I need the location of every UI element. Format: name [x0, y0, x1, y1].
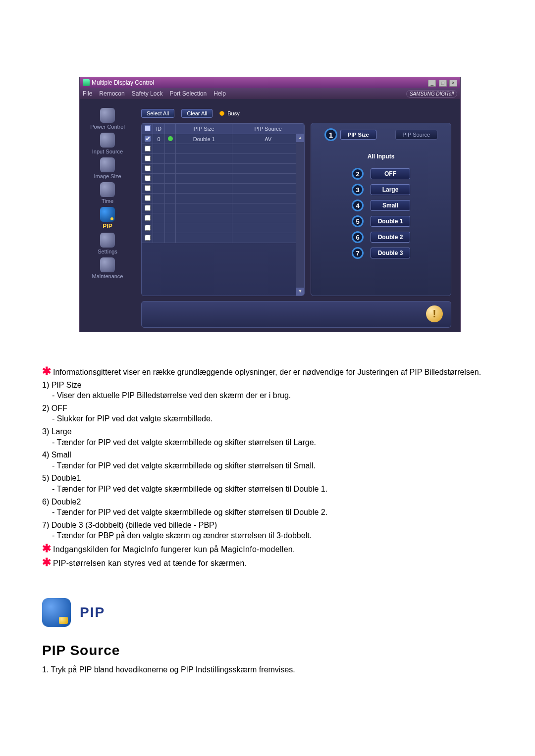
- magicinfo-note: Indgangskilden for MagicInfo fungerer ku…: [53, 544, 295, 555]
- close-button[interactable]: ×: [449, 80, 457, 87]
- minimize-button[interactable]: _: [428, 80, 436, 87]
- display-grid: ID PIP Size PIP Source 0 Doub: [141, 123, 305, 296]
- notice-strip: !: [141, 301, 451, 328]
- small-button[interactable]: Small: [371, 200, 410, 211]
- nav-image-size[interactable]: Image Size: [80, 157, 135, 179]
- marker-6-icon: 6: [352, 231, 364, 243]
- marker-4-icon: 4: [352, 200, 364, 211]
- clear-all-button[interactable]: Clear All: [181, 109, 213, 118]
- grid-row[interactable]: [142, 174, 304, 184]
- pip-source-heading: PIP Source: [42, 643, 493, 658]
- double2-button[interactable]: Double 2: [371, 232, 410, 243]
- menu-help[interactable]: Help: [214, 90, 226, 97]
- star-icon: ✱: [42, 544, 53, 553]
- nav-maintenance[interactable]: Maintenance: [80, 257, 135, 279]
- image-size-icon: [100, 157, 115, 172]
- large-button[interactable]: Large: [371, 184, 410, 195]
- busy-label: Busy: [227, 110, 239, 116]
- grid-scrollbar[interactable]: ▲ ▼: [296, 134, 304, 296]
- maintenance-icon: [100, 257, 115, 272]
- nav-label: PIP: [80, 223, 135, 230]
- grid-row[interactable]: [142, 223, 304, 233]
- tab-pip-size[interactable]: PIP Size: [340, 130, 376, 140]
- select-all-button[interactable]: Select All: [141, 109, 174, 118]
- grid-row[interactable]: [142, 203, 304, 213]
- nav-label: Image Size: [80, 173, 135, 179]
- window-controls: _ □ ×: [427, 79, 457, 87]
- grid-header-status[interactable]: [165, 124, 176, 134]
- tab-pip-source[interactable]: PIP Source: [395, 130, 437, 140]
- grid-row[interactable]: [142, 154, 304, 164]
- menu-remocon[interactable]: Remocon: [99, 90, 124, 97]
- menu-safety-lock[interactable]: Safety Lock: [132, 90, 163, 97]
- nav-pip[interactable]: PIP: [80, 207, 135, 230]
- maximize-button[interactable]: □: [439, 80, 447, 87]
- row-checkbox[interactable]: [145, 165, 151, 171]
- time-icon: [100, 182, 115, 197]
- row-checkbox[interactable]: [145, 225, 151, 231]
- star-icon: ✱: [42, 558, 53, 567]
- pip-size-note: PIP-størrelsen kan styres ved at tænde f…: [53, 558, 247, 569]
- grid-row[interactable]: 0 Double 1 AV: [142, 134, 304, 144]
- row-checkbox[interactable]: [145, 155, 151, 161]
- nav-power-control[interactable]: Power Control: [80, 108, 135, 130]
- busy-dot-icon: [219, 111, 224, 116]
- grid-row[interactable]: [142, 164, 304, 174]
- status-dot-icon: [168, 136, 173, 141]
- app-window: Multiple Display Control _ □ × File Remo…: [79, 77, 461, 332]
- main-area: Select All Clear All Busy ID: [135, 99, 460, 332]
- grid-row[interactable]: [142, 144, 304, 154]
- off-button[interactable]: OFF: [371, 168, 410, 179]
- left-nav: Power Control Input Source Image Size Ti…: [80, 99, 135, 332]
- nav-label: Time: [80, 198, 135, 204]
- all-inputs-label: All Inputs: [368, 153, 395, 160]
- scroll-down-icon[interactable]: ▼: [296, 288, 304, 296]
- nav-settings[interactable]: Settings: [80, 233, 135, 254]
- toolbar: Select All Clear All Busy: [141, 109, 451, 118]
- marker-1-icon: 1: [324, 128, 337, 141]
- grid-header-check[interactable]: [142, 124, 153, 134]
- settings-icon: [100, 233, 115, 248]
- row-pip-source: AV: [232, 134, 304, 144]
- scroll-up-icon[interactable]: ▲: [296, 134, 304, 142]
- menu-file[interactable]: File: [83, 90, 92, 97]
- menu-port-selection[interactable]: Port Selection: [169, 90, 207, 97]
- grid-row[interactable]: [142, 194, 304, 203]
- pip-icon: [100, 207, 115, 222]
- menu-bar: File Remocon Safety Lock Port Selection …: [80, 88, 460, 99]
- grid-row[interactable]: [142, 213, 304, 223]
- power-icon: [100, 108, 115, 123]
- busy-indicator: Busy: [219, 110, 239, 116]
- row-checkbox[interactable]: [145, 205, 151, 211]
- double3-button[interactable]: Double 3: [371, 248, 410, 258]
- pip-section-icon: [42, 598, 71, 627]
- grid-row[interactable]: [142, 233, 304, 243]
- marker-2-icon: 2: [352, 168, 364, 180]
- row-id: 0: [153, 134, 165, 144]
- double1-button[interactable]: Double 1: [371, 216, 410, 227]
- grid-header-pip-size[interactable]: PIP Size: [176, 124, 232, 134]
- pip-source-step-1: 1. Tryk på PIP bland hovedikonerne og PI…: [42, 665, 493, 674]
- pip-section-title: PIP: [80, 605, 105, 620]
- description-area: ✱ Informationsgitteret viser en række gr…: [42, 367, 493, 568]
- row-checkbox[interactable]: [145, 195, 151, 201]
- pip-section: PIP PIP Source 1. Tryk på PIP bland hove…: [42, 598, 493, 674]
- grid-header-pip-source[interactable]: PIP Source: [232, 124, 304, 134]
- window-title: Multiple Display Control: [92, 79, 154, 86]
- description-list: 1) PIP Size - Viser den aktuelle PIP Bil…: [42, 380, 493, 541]
- grid-row[interactable]: [142, 184, 304, 194]
- row-checkbox[interactable]: [145, 215, 151, 221]
- marker-3-icon: 3: [352, 184, 364, 196]
- row-checkbox[interactable]: [145, 185, 151, 191]
- grid-header-id[interactable]: ID: [153, 124, 165, 134]
- row-checkbox[interactable]: [145, 235, 151, 241]
- scroll-track[interactable]: [296, 142, 304, 288]
- row-checkbox[interactable]: [145, 175, 151, 181]
- warning-icon: !: [426, 305, 443, 322]
- nav-label: Settings: [80, 249, 135, 254]
- row-checkbox[interactable]: [145, 146, 151, 151]
- nav-input-source[interactable]: Input Source: [80, 133, 135, 154]
- pip-options-panel: 1 PIP Size PIP Source All Inputs 2 OFF 3: [311, 123, 451, 296]
- row-checkbox[interactable]: [145, 136, 151, 142]
- nav-time[interactable]: Time: [80, 182, 135, 204]
